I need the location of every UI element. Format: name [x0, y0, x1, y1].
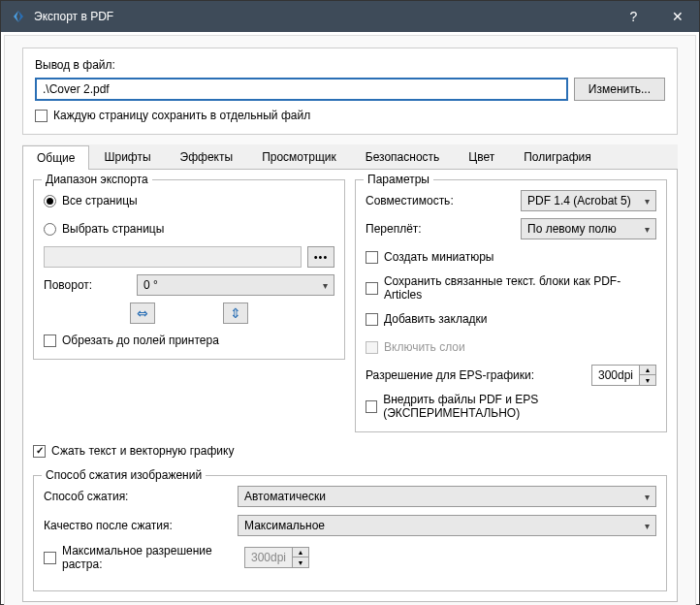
each-page-separate-checkbox[interactable]: [35, 110, 48, 122]
parameters-fieldset: Параметры Совместимость: PDF 1.4 (Acroba…: [355, 179, 667, 432]
app-icon: [11, 9, 26, 24]
max-res-label: Максимальное разрешение растра:: [62, 544, 244, 571]
quality-select[interactable]: Максимальное: [238, 515, 656, 536]
rotation-label: Поворот:: [44, 278, 131, 292]
eps-res-up[interactable]: ▲: [640, 366, 655, 375]
mirror-horizontal-button[interactable]: ⇔: [130, 302, 155, 324]
max-res-checkbox[interactable]: [44, 552, 56, 564]
method-select[interactable]: Автоматически: [238, 486, 656, 507]
tab-effects[interactable]: Эффекты: [166, 144, 248, 169]
clip-to-printer-checkbox[interactable]: [44, 334, 56, 347]
pdf-articles-label: Сохранить связанные текст. блоки как PDF…: [384, 274, 656, 302]
tab-content-general: Диапазон экспорта Все страницы Выбрать с…: [22, 170, 678, 602]
each-page-separate-label: Каждую страницу сохранить в отдельный фа…: [53, 109, 310, 122]
tab-viewer[interactable]: Просмотрщик: [247, 144, 351, 169]
image-compression-legend: Способ сжатия изображений: [42, 468, 206, 482]
all-pages-radio[interactable]: [44, 195, 56, 207]
select-pages-label: Выбрать страницы: [62, 222, 164, 236]
eps-res-input[interactable]: 300dpi ▲▼: [591, 365, 656, 386]
max-res-input: 300dpi ▲▼: [244, 547, 309, 568]
tab-fonts[interactable]: Шрифты: [89, 144, 165, 169]
compat-label: Совместимость:: [366, 194, 515, 207]
bookmarks-label: Добавить закладки: [384, 312, 488, 326]
max-res-up: ▲: [293, 548, 308, 557]
compress-text-checkbox[interactable]: [33, 445, 46, 458]
eps-res-label: Разрешение для EPS-графики:: [366, 368, 586, 382]
output-path-input[interactable]: [35, 78, 568, 101]
thumbnails-label: Создать миниатюры: [384, 250, 493, 264]
window-title: Экспорт в PDF: [34, 10, 612, 23]
pdf-articles-checkbox[interactable]: [366, 282, 378, 295]
select-pages-radio[interactable]: [44, 223, 56, 236]
compress-text-label: Сжать текст и векторную графику: [51, 444, 234, 458]
tab-security[interactable]: Безопасность: [351, 144, 455, 169]
compat-select[interactable]: PDF 1.4 (Acrobat 5): [521, 190, 656, 211]
clip-to-printer-label: Обрезать до полей принтера: [62, 334, 219, 347]
image-compression-fieldset: Способ сжатия изображений Способ сжатия:…: [33, 475, 667, 591]
tabs: Общие Шрифты Эффекты Просмотрщик Безопас…: [22, 144, 678, 170]
mirror-vertical-button[interactable]: ⇕: [223, 302, 248, 324]
binding-select[interactable]: По левому полю: [521, 218, 656, 239]
rotation-select[interactable]: 0 °: [137, 274, 334, 296]
embed-pdf-eps-checkbox[interactable]: [366, 400, 377, 413]
pages-input: [44, 246, 302, 268]
help-button[interactable]: ?: [612, 1, 655, 32]
pdf-export-dialog: Экспорт в PDF ? ✕ Вывод в файл: Изменить…: [0, 0, 700, 605]
titlebar: Экспорт в PDF ? ✕: [1, 1, 699, 32]
parameters-legend: Параметры: [364, 173, 433, 186]
max-res-down: ▼: [293, 557, 308, 567]
bookmarks-checkbox[interactable]: [366, 313, 378, 326]
embed-pdf-eps-label: Внедрить файлы PDF и EPS (ЭКСПЕРИМЕНТАЛЬ…: [383, 393, 656, 420]
eps-res-down[interactable]: ▼: [640, 375, 655, 385]
all-pages-label: Все страницы: [62, 194, 138, 207]
output-section: Вывод в файл: Изменить... Каждую страниц…: [22, 48, 678, 135]
output-label: Вывод в файл:: [35, 58, 665, 72]
quality-label: Качество после сжатия:: [44, 519, 238, 532]
export-range-fieldset: Диапазон экспорта Все страницы Выбрать с…: [33, 179, 345, 360]
binding-label: Переплёт:: [366, 222, 515, 236]
method-label: Способ сжатия:: [44, 490, 238, 503]
tab-color[interactable]: Цвет: [454, 144, 509, 169]
thumbnails-checkbox[interactable]: [366, 251, 378, 264]
layers-checkbox: [366, 341, 378, 354]
close-button[interactable]: ✕: [655, 1, 699, 32]
pages-browse-button[interactable]: •••: [307, 246, 334, 268]
layers-label: Включить слои: [384, 340, 465, 354]
tab-general[interactable]: Общие: [22, 145, 89, 170]
change-button[interactable]: Изменить...: [574, 78, 665, 101]
tab-prepress[interactable]: Полиграфия: [509, 144, 606, 169]
export-range-legend: Диапазон экспорта: [42, 173, 152, 186]
